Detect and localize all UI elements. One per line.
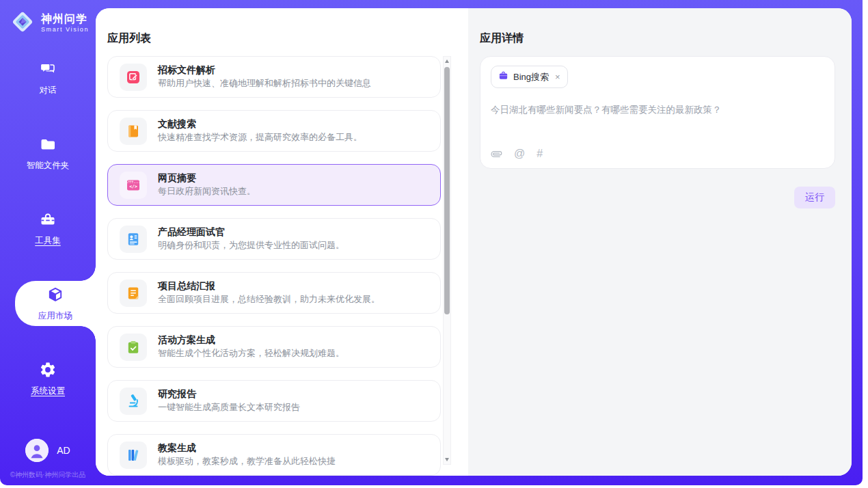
user-avatar-icon — [25, 439, 49, 462]
sidebar-item-app-market[interactable]: 应用市场 — [15, 281, 96, 326]
scrollbar-down-arrow-icon[interactable] — [444, 455, 450, 464]
app-description: 模板驱动，教案秒成，教学准备从此轻松快捷 — [158, 456, 336, 467]
app-name: 网页摘要 — [158, 173, 256, 183]
web-page-icon: </> — [120, 172, 147, 199]
app-card-event-plan[interactable]: 活动方案生成 智能生成个性化活动方案，轻松解决规划难题。 — [107, 326, 441, 368]
app-name: 教案生成 — [158, 443, 336, 453]
user-account[interactable]: AD — [0, 439, 96, 462]
sidebar-item-label: 智能文件夹 — [27, 160, 70, 172]
app-name: 项目总结汇报 — [158, 281, 380, 291]
toolbox-icon — [39, 211, 57, 231]
sidebar-item-smart-folder[interactable]: 智能文件夹 — [0, 131, 96, 176]
app-card-web-summary[interactable]: </> 网页摘要 每日政府新闻资讯快查。 — [107, 164, 441, 206]
app-description: 每日政府新闻资讯快查。 — [158, 186, 256, 197]
resume-icon — [120, 226, 147, 253]
app-card-pm-interviewer[interactable]: 产品经理面试官 明确身份和职责，为您提供专业性的面试问题。 — [107, 218, 441, 260]
app-description: 一键智能生成高质量长文本研究报告 — [158, 402, 300, 413]
paperclip-icon[interactable] — [491, 148, 502, 160]
app-detail-panel: 应用详情 Bing搜索 × 今日湖北有哪些新闻要点？有哪些需要关注的最新政策？ — [468, 8, 852, 476]
app-card-project-summary[interactable]: 项目总结汇报 全面回顾项目进展，总结经验教训，助力未来优化发展。 — [107, 272, 441, 314]
tool-tag-label: Bing搜索 — [513, 71, 549, 83]
app-card-bid-parse[interactable]: 招标文件解析 帮助用户快速、准确地理解和解析招标书中的关键信息 — [107, 56, 441, 98]
sidebar-item-label: 系统设置 — [31, 385, 65, 397]
tag-close-icon[interactable]: × — [555, 72, 560, 81]
app-description: 明确身份和职责，为您提供专业性的面试问题。 — [158, 240, 344, 251]
app-window: 神州问学 Smart Vision 对话 — [0, 0, 863, 485]
app-description: 智能生成个性化活动方案，轻松解决规划难题。 — [158, 348, 344, 359]
gear-icon — [39, 361, 57, 381]
folder-icon — [39, 135, 57, 156]
chat-icon — [39, 60, 57, 81]
app-name: 活动方案生成 — [158, 335, 344, 345]
app-card-research-report[interactable]: 研究报告 一键智能生成高质量长文本研究报告 — [107, 380, 441, 422]
sidebar-item-label: 应用市场 — [38, 310, 72, 322]
copyright-text: ©神州数码·神州问学出品 — [0, 470, 96, 480]
sidebar: 神州问学 Smart Vision 对话 — [0, 0, 96, 485]
user-initials: AD — [57, 445, 70, 456]
tool-tag-bing-search[interactable]: Bing搜索 × — [491, 66, 568, 88]
app-description: 全面回顾项目进展，总结经验教训，助力未来优化发展。 — [158, 294, 380, 305]
app-card-literature-search[interactable]: 文献搜索 快速精准查找学术资源，提高研究效率的必备工具。 — [107, 110, 441, 152]
books-icon — [120, 442, 147, 469]
app-list-title: 应用列表 — [107, 31, 441, 46]
scrollbar-up-arrow-icon[interactable] — [444, 57, 450, 66]
app-detail-title: 应用详情 — [480, 31, 835, 46]
hash-icon[interactable]: # — [537, 148, 543, 160]
scrollbar-thumb[interactable] — [444, 67, 450, 314]
svg-text:</>: </> — [129, 184, 137, 189]
brand-logo: 神州问学 Smart Vision — [0, 0, 96, 38]
memo-icon — [120, 280, 147, 307]
app-name: 研究报告 — [158, 389, 300, 399]
query-text[interactable]: 今日湖北有哪些新闻要点？有哪些需要关注的最新政策？ — [491, 103, 824, 117]
app-card-lesson-plan[interactable]: 教案生成 模板驱动，教案秒成，教学准备从此轻松快捷 — [107, 434, 441, 476]
cube-icon — [46, 286, 64, 306]
briefcase-icon — [498, 70, 508, 83]
app-description: 帮助用户快速、准确地理解和解析招标书中的关键信息 — [158, 78, 371, 89]
sidebar-nav: 对话 智能文件夹 — [0, 55, 96, 401]
microscope-icon — [120, 388, 147, 415]
app-name: 招标文件解析 — [158, 65, 371, 75]
composer-toolbar: @ # — [491, 148, 824, 160]
book-icon — [120, 118, 147, 145]
brand-title: 神州问学 — [41, 13, 89, 25]
app-description: 快速精准查找学术资源，提高研究效率的必备工具。 — [158, 132, 362, 143]
app-name: 产品经理面试官 — [158, 227, 344, 237]
query-input[interactable]: Bing搜索 × 今日湖北有哪些新闻要点？有哪些需要关注的最新政策？ @ # — [480, 56, 835, 169]
sidebar-item-label: 对话 — [40, 85, 57, 96]
app-list: 招标文件解析 帮助用户快速、准确地理解和解析招标书中的关键信息 文献搜索 — [107, 56, 441, 476]
sidebar-item-settings[interactable]: 系统设置 — [0, 356, 96, 401]
at-icon[interactable]: @ — [514, 148, 525, 160]
sidebar-item-chat[interactable]: 对话 — [0, 55, 96, 100]
sidebar-item-toolset[interactable]: 工具集 — [0, 206, 96, 251]
diamond-prism-icon — [10, 9, 36, 38]
app-list-panel: 应用列表 招标文件解析 帮助用户快速、准确地理解和解析招标书中的关键信息 — [96, 8, 468, 476]
edit-document-icon — [120, 64, 147, 91]
list-scrollbar[interactable] — [443, 56, 451, 465]
app-name: 文献搜索 — [158, 119, 362, 129]
brand-subtitle: Smart Vision — [41, 27, 89, 33]
run-button[interactable]: 运行 — [794, 187, 835, 208]
clipboard-check-icon — [120, 334, 147, 361]
main-content: 应用列表 招标文件解析 帮助用户快速、准确地理解和解析招标书中的关键信息 — [96, 8, 852, 476]
sidebar-item-label: 工具集 — [35, 235, 61, 247]
